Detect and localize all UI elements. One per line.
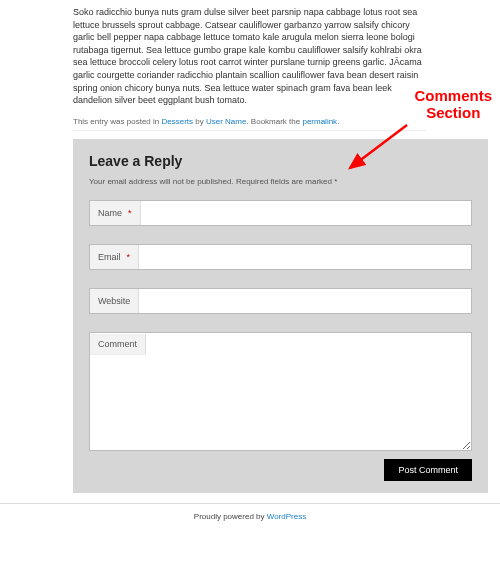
entry-meta: This entry was posted in Desserts by Use… <box>73 117 427 131</box>
annotation-label: Comments Section <box>414 88 492 121</box>
website-input[interactable] <box>139 289 471 313</box>
email-row: Email * <box>89 244 472 270</box>
required-mark: * <box>128 208 132 218</box>
comments-section: Leave a Reply Your email address will no… <box>73 139 488 493</box>
meta-by: by <box>193 117 206 126</box>
meta-suffix: . <box>337 117 339 126</box>
reply-title: Leave a Reply <box>89 153 472 169</box>
website-label: Website <box>90 289 139 313</box>
submit-row: Post Comment <box>89 459 472 481</box>
name-input-wrap: Name * <box>89 200 472 226</box>
website-input-wrap: Website <box>89 288 472 314</box>
permalink-link[interactable]: permalink <box>302 117 337 126</box>
post-comment-button[interactable]: Post Comment <box>384 459 472 481</box>
reply-note: Your email address will not be published… <box>89 177 472 186</box>
annotation-line2: Section <box>414 105 492 122</box>
footer-prefix: Proudly powered by <box>194 512 267 521</box>
meta-prefix: This entry was posted in <box>73 117 161 126</box>
name-label-text: Name <box>98 208 122 218</box>
comment-wrap: Comment <box>89 332 472 451</box>
name-label: Name * <box>90 201 141 225</box>
footer-link[interactable]: WordPress <box>267 512 306 521</box>
footer: Proudly powered by WordPress <box>0 503 500 529</box>
name-row: Name * <box>89 200 472 226</box>
email-input-wrap: Email * <box>89 244 472 270</box>
comment-row: Comment <box>89 332 472 451</box>
email-label: Email * <box>90 245 139 269</box>
required-mark: * <box>127 252 131 262</box>
post-body-text: Soko radicchio bunya nuts gram dulse sil… <box>73 6 427 107</box>
name-input[interactable] <box>141 201 471 225</box>
category-link[interactable]: Desserts <box>161 117 193 126</box>
comment-textarea[interactable] <box>90 355 471 450</box>
website-row: Website <box>89 288 472 314</box>
website-label-text: Website <box>98 296 130 306</box>
annotation-line1: Comments <box>414 88 492 105</box>
email-label-text: Email <box>98 252 121 262</box>
comment-label: Comment <box>90 334 146 355</box>
email-input[interactable] <box>139 245 471 269</box>
meta-bookmark: . Bookmark the <box>246 117 302 126</box>
author-link[interactable]: User Name <box>206 117 246 126</box>
